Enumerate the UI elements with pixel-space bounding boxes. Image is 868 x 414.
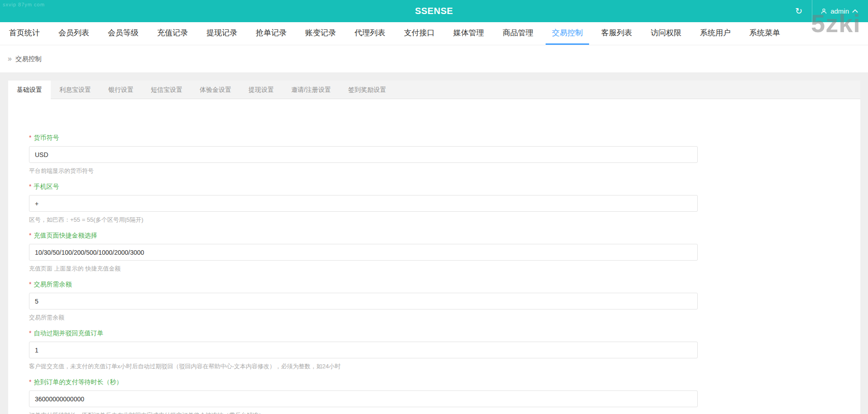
breadcrumb-row: » 交易控制: [0, 45, 868, 72]
header-actions: ↻ admin: [786, 0, 868, 22]
field-group: *充值页面快捷金额选择充值页面 上面显示的 快捷充值金额: [29, 232, 839, 273]
tab-0[interactable]: 基础设置: [8, 81, 51, 99]
nav-item-8[interactable]: 支付接口: [398, 22, 441, 45]
field-help: 客户提交充值，未支付的充值订单x小时后自动过期驳回（驳回内容在帮助中心-文本内容…: [29, 362, 839, 371]
nav-item-10[interactable]: 商品管理: [496, 22, 540, 45]
field-label-text: 充值页面快捷金额选择: [34, 232, 97, 239]
field-group: *自动过期并驳回充值订单客户提交充值，未支付的充值订单x小时后自动过期驳回（驳回…: [29, 329, 839, 371]
tab-3[interactable]: 短信宝设置: [142, 81, 191, 99]
top-header: sxvip 87ym com SSENSE ↻ admin: [0, 0, 868, 22]
nav-item-5[interactable]: 抢单记录: [249, 22, 293, 45]
field-group: *抢到订单的支付等待时长（秒）订单支付等待时长，匹配订单后未在此时间内完成支付提…: [29, 378, 839, 414]
nav-item-6[interactable]: 账变记录: [299, 22, 342, 45]
tab-5[interactable]: 提现设置: [240, 81, 283, 99]
field-label: *货币符号: [29, 134, 839, 142]
field-label-text: 自动过期并驳回充值订单: [34, 329, 103, 337]
field-input[interactable]: [29, 342, 698, 358]
field-label: *交易所需余额: [29, 281, 839, 289]
field-label-text: 交易所需余额: [34, 281, 72, 288]
field-group: *手机区号区号，如巴西：+55 = 55(多个区号用|5隔开): [29, 183, 839, 224]
field-help: 充值页面 上面显示的 快捷充值金额: [29, 265, 839, 273]
field-help: 平台前端显示的货币符号: [29, 167, 839, 175]
chevron-up-icon: [852, 9, 858, 13]
settings-card: 基础设置利息宝设置银行设置短信宝设置体验金设置提现设置邀请/注册设置签到奖励设置…: [8, 81, 860, 414]
refresh-button[interactable]: ↻: [786, 0, 812, 22]
nav-item-4[interactable]: 提现记录: [200, 22, 244, 45]
breadcrumb-icon: »: [8, 55, 12, 63]
field-help: 订单支付等待时长，匹配订单后未在此时间内完成支付提交订单将会被冻结（需后台解冻）: [29, 411, 839, 414]
nav-item-2[interactable]: 会员等级: [101, 22, 145, 45]
nav-item-9[interactable]: 媒体管理: [447, 22, 490, 45]
nav-item-13[interactable]: 访问权限: [644, 22, 688, 45]
nav-item-3[interactable]: 充值记录: [151, 22, 194, 45]
required-asterisk: *: [29, 183, 31, 190]
nav-item-12[interactable]: 客服列表: [595, 22, 638, 45]
field-input[interactable]: [29, 195, 698, 212]
user-menu-button[interactable]: admin: [812, 0, 868, 22]
settings-form: *货币符号平台前端显示的货币符号*手机区号区号，如巴西：+55 = 55(多个区…: [29, 134, 839, 414]
field-label-text: 货币符号: [34, 134, 59, 141]
page-body: 基础设置利息宝设置银行设置短信宝设置体验金设置提现设置邀请/注册设置签到奖励设置…: [0, 72, 868, 414]
required-asterisk: *: [29, 329, 31, 337]
app-title: SSENSE: [0, 0, 868, 22]
field-label: *自动过期并驳回充值订单: [29, 329, 839, 338]
tab-1[interactable]: 利息宝设置: [51, 81, 100, 99]
field-label: *抢到订单的支付等待时长（秒）: [29, 378, 839, 386]
app-root: sxvip 87ym com SSENSE ↻ admin: [0, 0, 868, 414]
field-label: *充值页面快捷金额选择: [29, 232, 839, 240]
user-name: admin: [830, 7, 849, 15]
tab-6[interactable]: 邀请/注册设置: [283, 81, 340, 99]
required-asterisk: *: [29, 232, 31, 239]
nav-item-15[interactable]: 系统菜单: [743, 22, 786, 45]
field-help: 区号，如巴西：+55 = 55(多个区号用|5隔开): [29, 216, 839, 224]
field-input[interactable]: [29, 244, 698, 261]
nav-item-11[interactable]: 交易控制: [546, 22, 589, 45]
refresh-icon: ↻: [795, 6, 802, 16]
settings-tabs: 基础设置利息宝设置银行设置短信宝设置体验金设置提现设置邀请/注册设置签到奖励设置: [8, 81, 860, 99]
required-asterisk: *: [29, 281, 31, 288]
tab-2[interactable]: 银行设置: [100, 81, 142, 99]
tab-content: *货币符号平台前端显示的货币符号*手机区号区号，如巴西：+55 = 55(多个区…: [8, 99, 860, 414]
field-label: *手机区号: [29, 183, 839, 191]
field-label-text: 手机区号: [34, 183, 59, 190]
nav-item-14[interactable]: 系统用户: [694, 22, 737, 45]
field-group: *货币符号平台前端显示的货币符号: [29, 134, 839, 175]
field-group: *交易所需余额交易所需余额: [29, 281, 839, 322]
field-help: 交易所需余额: [29, 314, 839, 322]
breadcrumb: 交易控制: [15, 55, 42, 63]
nav-item-7[interactable]: 代理列表: [348, 22, 392, 45]
field-input[interactable]: [29, 293, 698, 309]
nav-item-0[interactable]: 首页统计: [3, 22, 46, 45]
field-input[interactable]: [29, 146, 698, 163]
required-asterisk: *: [29, 134, 31, 141]
field-label-text: 抢到订单的支付等待时长（秒）: [34, 378, 122, 385]
tab-7[interactable]: 签到奖励设置: [340, 81, 395, 99]
field-input[interactable]: [29, 390, 698, 407]
required-asterisk: *: [29, 378, 31, 385]
main-nav: 首页统计会员列表会员等级充值记录提现记录抢单记录账变记录代理列表支付接口媒体管理…: [0, 22, 868, 45]
tab-4[interactable]: 体验金设置: [191, 81, 240, 99]
user-icon: [820, 8, 827, 14]
nav-item-1[interactable]: 会员列表: [52, 22, 96, 45]
